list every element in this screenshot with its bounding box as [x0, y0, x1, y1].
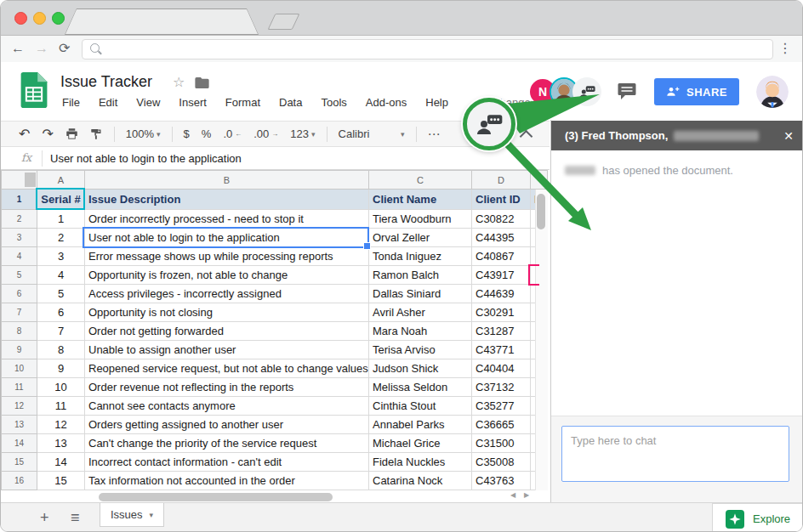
kebab-menu-icon[interactable]: ⋮: [778, 39, 792, 58]
cell[interactable]: Reopened service request, but not able t…: [85, 359, 369, 378]
cell[interactable]: C44395: [472, 229, 531, 247]
menu-tools[interactable]: Tools: [321, 96, 346, 109]
cell[interactable]: C31287: [472, 322, 531, 341]
maximize-window-button[interactable]: [52, 12, 65, 25]
print-icon[interactable]: [65, 127, 78, 140]
cell[interactable]: 5: [37, 285, 85, 303]
cell[interactable]: Opportunity is frozen, not able to chang…: [85, 266, 369, 285]
all-sheets-icon[interactable]: ≡: [71, 509, 80, 527]
show-chat-button[interactable]: [572, 77, 601, 106]
cell[interactable]: C43917: [472, 266, 531, 285]
row-header[interactable]: 13: [2, 416, 37, 434]
browser-tab[interactable]: [65, 8, 259, 35]
fill-handle[interactable]: [363, 242, 371, 250]
row-header[interactable]: 3: [2, 229, 37, 247]
vertical-scrollbar-thumb[interactable]: [537, 194, 545, 229]
cell[interactable]: C31500: [472, 434, 531, 453]
cell[interactable]: 4: [37, 266, 85, 285]
cell[interactable]: Fidela Nuckles: [369, 453, 472, 472]
cell[interactable]: Catarina Nock: [369, 472, 472, 490]
cell[interactable]: Michael Grice: [369, 434, 472, 453]
cell[interactable]: 12: [37, 416, 85, 434]
cell[interactable]: Order incorrectly processed - need to st…: [85, 210, 369, 229]
menu-format[interactable]: Format: [225, 96, 260, 109]
row-header[interactable]: 1: [2, 190, 37, 210]
cell[interactable]: Terisa Arviso: [369, 341, 472, 359]
cell[interactable]: Issue Description: [85, 190, 369, 210]
cell[interactable]: 6: [37, 303, 85, 322]
row-header[interactable]: 12: [2, 397, 37, 416]
column-header-a[interactable]: A: [37, 171, 85, 190]
font-select[interactable]: Calibri▾: [339, 127, 405, 140]
cell[interactable]: 9: [37, 359, 85, 378]
minimize-window-button[interactable]: [33, 12, 46, 25]
cell[interactable]: Mara Noah: [369, 322, 472, 341]
cell[interactable]: 15: [37, 472, 85, 490]
menu-addons[interactable]: Add-ons: [366, 96, 407, 109]
row-header[interactable]: 5: [2, 266, 37, 285]
cell[interactable]: Incorrect contact information - can't ed…: [85, 453, 369, 472]
cell[interactable]: Tonda Iniguez: [369, 247, 472, 266]
cell[interactable]: Cinthia Stout: [369, 397, 472, 416]
cell[interactable]: Dallas Siniard: [369, 285, 472, 303]
horizontal-scrollbar-thumb[interactable]: [99, 493, 333, 501]
redo-icon[interactable]: ↷: [42, 126, 53, 142]
explore-button[interactable]: Explore: [712, 503, 802, 532]
cell[interactable]: 11: [37, 397, 85, 416]
back-icon[interactable]: ←: [11, 39, 25, 58]
increase-decimal-button[interactable]: .00→: [253, 127, 278, 140]
row-header[interactable]: 14: [2, 434, 37, 453]
google-sheets-logo-icon[interactable]: [20, 72, 48, 108]
paint-format-icon[interactable]: [90, 127, 103, 140]
cell[interactable]: 3: [37, 247, 85, 266]
cell[interactable]: Orders getting assigned to another user: [85, 416, 369, 434]
undo-icon[interactable]: ↶: [19, 126, 30, 142]
star-icon[interactable]: ☆: [173, 74, 185, 90]
cell[interactable]: Order revenue not reflecting in the repo…: [85, 378, 369, 397]
row-header[interactable]: 4: [2, 247, 37, 266]
format-percent-button[interactable]: %: [202, 127, 212, 140]
cell[interactable]: C30291: [472, 303, 531, 322]
cell[interactable]: Orval Zeller: [369, 229, 472, 247]
move-to-folder-icon[interactable]: [195, 77, 209, 88]
row-header[interactable]: 15: [2, 453, 37, 472]
scroll-right-icon[interactable]: ▶: [524, 491, 529, 499]
cell[interactable]: C44639: [472, 285, 531, 303]
cell[interactable]: 8: [37, 341, 85, 359]
cell[interactable]: Client Name: [369, 190, 472, 210]
row-header[interactable]: 2: [2, 210, 37, 229]
collapse-toolbar-icon[interactable]: [520, 130, 533, 144]
column-header-d[interactable]: D: [472, 171, 531, 190]
account-avatar[interactable]: [756, 76, 789, 108]
cell[interactable]: Can't change the priority of the service…: [85, 434, 369, 453]
cell[interactable]: C35277: [472, 397, 531, 416]
zoom-select[interactable]: 100%▾: [126, 127, 161, 140]
formula-bar[interactable]: fx User not able to login to the applica…: [1, 148, 550, 170]
scroll-left-icon[interactable]: ◀: [510, 491, 515, 499]
cell[interactable]: Judson Shick: [369, 359, 472, 378]
cell[interactable]: C43771: [472, 341, 531, 359]
cell[interactable]: Unable to assign another user: [85, 341, 369, 359]
cell[interactable]: C40404: [472, 359, 531, 378]
column-header-partial[interactable]: [531, 171, 548, 190]
comment-icon[interactable]: [617, 82, 637, 101]
formula-value[interactable]: User not able to login to the applicatio…: [50, 152, 242, 165]
cell[interactable]: Ramon Balch: [369, 266, 472, 285]
reload-icon[interactable]: ⟳: [59, 39, 70, 58]
menu-view[interactable]: View: [136, 96, 160, 109]
cell[interactable]: 10: [37, 378, 85, 397]
new-tab-button[interactable]: [268, 14, 300, 30]
cell[interactable]: Annabel Parks: [369, 416, 472, 434]
cell[interactable]: C36665: [472, 416, 531, 434]
cell[interactable]: C35008: [472, 453, 531, 472]
cell[interactable]: Access privileges - incorrectly assigned: [85, 285, 369, 303]
cell[interactable]: Tiera Woodburn: [369, 210, 472, 229]
cell[interactable]: C30822: [472, 210, 531, 229]
cell[interactable]: 14: [37, 453, 85, 472]
cell[interactable]: Error message shows up while processing …: [85, 247, 369, 266]
row-header[interactable]: 8: [2, 322, 37, 341]
document-title[interactable]: Issue Tracker: [60, 73, 152, 91]
cell[interactable]: Client ID: [472, 190, 531, 210]
close-icon[interactable]: ✕: [783, 129, 794, 143]
row-header[interactable]: 6: [2, 285, 37, 303]
